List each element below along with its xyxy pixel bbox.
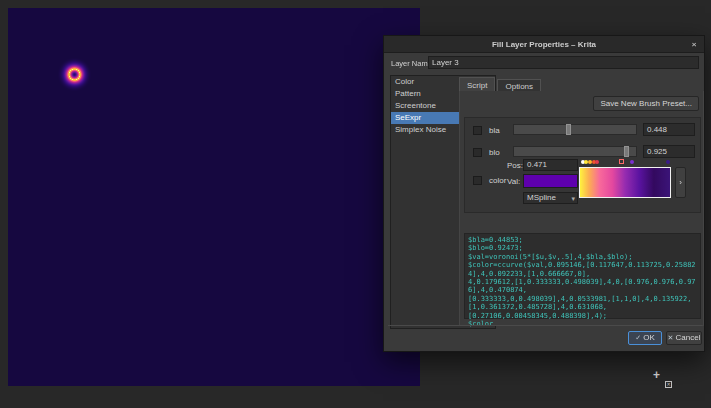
dialog-title: Fill Layer Properties – Krita [492, 40, 596, 49]
variable-slider-bla[interactable] [513, 124, 637, 135]
slider-handle[interactable] [624, 146, 629, 157]
variable-label-bla: bla [489, 126, 500, 135]
check-icon: ✓ [635, 334, 641, 341]
gradient-stop-marker[interactable] [619, 159, 624, 164]
variable-slider-blo[interactable] [513, 146, 637, 157]
variable-value-blo[interactable]: 0.925 [643, 145, 695, 158]
cancel-button-label: Cancel [675, 333, 700, 342]
footer-separator [388, 325, 702, 326]
variable-checkbox-blo[interactable] [473, 148, 482, 157]
layer-name-input[interactable]: Layer 3 [428, 56, 699, 69]
gradient-stop-marker[interactable] [595, 160, 599, 164]
ok-button-label: OK [643, 333, 655, 342]
chevron-right-icon: › [679, 178, 682, 187]
slider-handle[interactable] [566, 124, 571, 135]
variable-label-color: color [489, 176, 506, 185]
color-pos-input[interactable]: 0.471 [523, 159, 578, 171]
dialog-titlebar[interactable]: Fill Layer Properties – Krita × [384, 36, 704, 53]
brush-tool-cursor-icon: ✕ [665, 381, 672, 388]
save-new-brush-preset-button[interactable]: Save New Brush Preset... [593, 96, 699, 111]
seexpr-texture-canvas[interactable] [8, 8, 420, 386]
close-icon[interactable]: × [689, 40, 699, 50]
script-tab-pane: Save New Brush Preset... bla 0.448 blo 0… [459, 91, 704, 326]
gradient-stop-marker[interactable] [666, 160, 670, 164]
variable-checkbox-color[interactable] [473, 176, 482, 185]
brush-crosshair-cursor-icon: + [653, 368, 660, 382]
variable-value-bla[interactable]: 0.448 [643, 123, 695, 136]
variable-label-blo: blo [489, 148, 500, 157]
gradient-expand-button[interactable]: › [675, 167, 686, 198]
gradient-stop-marker[interactable] [630, 160, 634, 164]
fill-layer-properties-dialog: Fill Layer Properties – Krita × Layer Na… [383, 35, 705, 352]
variable-checkbox-bla[interactable] [473, 126, 482, 135]
ok-button[interactable]: ✓OK [628, 331, 662, 345]
seexpr-variables-panel: bla 0.448 blo 0.925 color Pos: 0.471 Val… [464, 117, 701, 213]
tab-bar: ScriptOptions [459, 77, 543, 92]
gradient-preview[interactable] [579, 167, 671, 198]
interpolation-dropdown-value: MSpline [527, 193, 556, 202]
color-val-label: Val: [507, 177, 520, 186]
seexpr-script-editor[interactable]: $bla=0.44853; $blo=0.92473; $val=voronoi… [464, 233, 701, 319]
color-pos-label: Pos: [507, 161, 523, 170]
gradient-markers [581, 159, 671, 166]
x-icon: ✕ [668, 334, 674, 341]
cancel-button[interactable]: ✕Cancel [666, 331, 702, 345]
color-value-swatch[interactable] [523, 174, 578, 188]
chevron-down-icon: ▾ [571, 194, 575, 204]
interpolation-dropdown[interactable]: MSpline ▾ [523, 192, 578, 204]
